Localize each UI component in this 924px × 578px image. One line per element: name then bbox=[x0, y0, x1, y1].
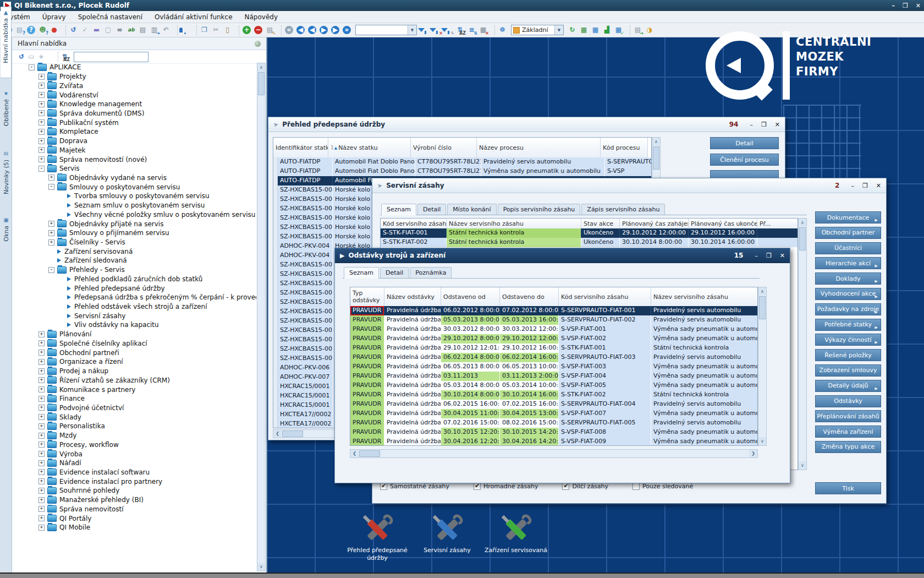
expand-toggle-icon[interactable]: + bbox=[38, 405, 45, 411]
separator[interactable] bbox=[277, 25, 282, 35]
table-row[interactable]: AUTO-FIATDP Automobil Fiat Doblo Panoram… bbox=[273, 157, 651, 167]
scroll-up-icon[interactable] bbox=[257, 63, 265, 72]
window-title-bar[interactable]: ▶ Odstávky strojů a zařízení 15 bbox=[335, 248, 790, 263]
chart-icon[interactable]: ▟ bbox=[601, 25, 613, 36]
tree-item[interactable]: + Majetek bbox=[12, 145, 256, 155]
column-header[interactable]: Stav akce bbox=[581, 219, 620, 228]
tree-item[interactable]: Servisní zásahy bbox=[12, 311, 256, 320]
tree-item[interactable]: - Smlouvy o poskytovaném servisu bbox=[12, 182, 256, 192]
expand-toggle-icon[interactable]: + bbox=[38, 396, 45, 402]
tree-item[interactable]: Tvorba smlouvy o poskytovaném servisu bbox=[12, 192, 256, 201]
table-row[interactable]: PRAVUDR Pravidelná údržba 06.02.2015 16:… bbox=[350, 400, 757, 409]
scrollbar-thumb[interactable] bbox=[653, 146, 659, 170]
nav-last-icon[interactable]: » bbox=[341, 25, 353, 36]
desktop-icon-zarizeni-servisovana[interactable]: Zařízení servisovaná bbox=[482, 514, 549, 554]
minimize-icon[interactable] bbox=[750, 121, 753, 128]
tree-item[interactable]: + Souhrnné pohledy bbox=[12, 486, 256, 495]
scroll-left-icon[interactable] bbox=[350, 450, 359, 457]
filter-checkbox[interactable]: Hromadné zásahy bbox=[474, 483, 538, 490]
cut-icon[interactable]: ✂ bbox=[210, 25, 222, 36]
scrollbar-thumb[interactable] bbox=[799, 227, 806, 250]
quick-search-combo[interactable] bbox=[355, 25, 417, 35]
tree-item[interactable]: + Smlouvy o přijímaném servisu bbox=[12, 228, 256, 238]
tree-item[interactable]: + Nářadí bbox=[12, 459, 256, 468]
strip-tab-oblibene[interactable]: ★ Oblíbené bbox=[1, 88, 12, 139]
scrollbar-thumb[interactable] bbox=[258, 72, 265, 95]
tree-item[interactable]: + Obchodní partneři bbox=[12, 348, 256, 357]
tab[interactable]: Místo konání bbox=[447, 204, 496, 215]
grid-edit-icon[interactable]: ▦ bbox=[578, 25, 590, 36]
expand-toggle-icon[interactable]: + bbox=[38, 478, 45, 484]
close-icon[interactable] bbox=[876, 182, 881, 189]
nav-prev-icon[interactable]: ◀ bbox=[306, 25, 318, 36]
tree-item[interactable]: + Komunikace s partnery bbox=[12, 385, 256, 394]
expand-toggle-icon[interactable]: + bbox=[38, 331, 45, 337]
table-row[interactable]: PRAVUDR Pravidelná údržba 05.03.2014 8:0… bbox=[350, 381, 757, 390]
menu-item[interactable]: Úpravy bbox=[42, 13, 66, 21]
tree-item[interactable]: + Evidence instalací softwaru bbox=[12, 468, 256, 477]
column-header[interactable]: Název servisního zásahu bbox=[651, 287, 758, 306]
column-header[interactable]: Název odstávky bbox=[384, 287, 441, 306]
scrollbar-thumb[interactable] bbox=[359, 450, 380, 457]
column-header[interactable]: Kód servisního zásahu bbox=[559, 287, 651, 306]
close-icon[interactable] bbox=[916, 2, 921, 9]
tree-item[interactable]: + Publikační systém bbox=[12, 118, 256, 127]
expand-toggle-icon[interactable]: + bbox=[38, 83, 45, 89]
tree-item[interactable]: + Personalistika bbox=[12, 422, 256, 431]
tree-item[interactable]: + Procesy, workflow bbox=[12, 440, 256, 449]
preview-icon[interactable]: ▭ bbox=[26, 51, 36, 62]
table-row[interactable]: PRAVUDR Pravidelná údržba 30.04.2016 12:… bbox=[350, 437, 757, 446]
tree-item[interactable]: + Prodej a nákup bbox=[12, 367, 256, 376]
tree-item[interactable]: + Doprava bbox=[12, 137, 256, 146]
favorite-star-icon[interactable]: ★ bbox=[36, 51, 46, 62]
chevron-down-icon[interactable] bbox=[408, 25, 416, 35]
expand-toggle-icon[interactable]: + bbox=[38, 340, 45, 346]
tree-item[interactable]: + QI Mobile bbox=[12, 523, 256, 532]
replace-icon[interactable]: ab bbox=[125, 25, 137, 36]
expand-toggle-icon[interactable]: + bbox=[38, 74, 45, 80]
table-row[interactable]: PRAVUDR Pravidelná údržba 30.04.2015 11:… bbox=[350, 409, 757, 418]
column-header[interactable]: Výrobní číslo bbox=[411, 138, 477, 157]
menu-item[interactable]: Nápovědy bbox=[245, 13, 278, 21]
expand-toggle-icon[interactable]: + bbox=[38, 488, 45, 494]
page-go-icon[interactable]: ▤➜ bbox=[632, 25, 644, 36]
table-row[interactable]: PRAVUDR Pravidelná údržba 05.03.2013 8:0… bbox=[350, 315, 757, 325]
scrollbar-thumb[interactable] bbox=[759, 296, 766, 319]
tree-item[interactable]: Přehled odstávek všech strojů a zařízení bbox=[12, 302, 256, 312]
tree-item[interactable]: + QI Portály bbox=[12, 514, 256, 523]
tree-item[interactable]: Vliv odstávky na kapacitu bbox=[12, 320, 256, 330]
tab[interactable]: Seznam bbox=[344, 267, 379, 279]
expand-toggle-icon[interactable]: + bbox=[38, 92, 45, 98]
tree-item[interactable]: + Organizace a řízení bbox=[12, 357, 256, 367]
remove-icon[interactable]: − bbox=[252, 25, 264, 36]
filter-checkbox[interactable]: Dílčí zásahy bbox=[562, 483, 608, 490]
tree-item[interactable]: + Správa nemovitostí bbox=[12, 505, 256, 514]
lifesaver-icon[interactable]: ●○ bbox=[48, 25, 60, 36]
maximize-icon[interactable] bbox=[903, 2, 908, 9]
add-icon[interactable]: + bbox=[241, 25, 252, 36]
strip-tab-okna[interactable]: ▣ Okna bbox=[1, 215, 12, 249]
expand-toggle-icon[interactable]: + bbox=[38, 441, 45, 448]
tab[interactable]: Detail bbox=[380, 267, 409, 278]
scroll-up-icon[interactable] bbox=[758, 287, 766, 296]
expand-toggle-icon[interactable]: + bbox=[38, 359, 45, 365]
expand-toggle-icon[interactable]: + bbox=[38, 497, 45, 503]
expand-toggle-icon[interactable]: + bbox=[38, 119, 45, 126]
table-row[interactable]: S-STK-FIAT-002 Státní technická kontrola… bbox=[381, 238, 798, 247]
minimize-icon[interactable] bbox=[892, 2, 895, 9]
tree-item[interactable]: + Manažerské přehledy (BI) bbox=[12, 495, 256, 505]
copy-icon[interactable]: ❐ bbox=[199, 25, 210, 36]
table-hscrollbar[interactable] bbox=[350, 449, 758, 458]
tree-item[interactable]: + Knowledge management bbox=[12, 100, 256, 109]
panel-menu-icon[interactable] bbox=[255, 41, 261, 47]
scroll-down-icon[interactable] bbox=[799, 461, 806, 470]
expand-toggle-icon[interactable]: + bbox=[38, 129, 45, 135]
separator[interactable] bbox=[235, 25, 239, 35]
column-header[interactable]: Název procesu bbox=[477, 138, 601, 157]
tree-item[interactable]: + Číselníky - Servis bbox=[12, 238, 256, 247]
view-refresh-icon[interactable]: ↻ bbox=[566, 25, 578, 36]
help-search-icon[interactable]: ? bbox=[25, 25, 37, 36]
expand-toggle-icon[interactable]: - bbox=[48, 184, 54, 190]
strip-tab-novinky[interactable]: ✉ Novinky (5) bbox=[1, 149, 12, 205]
expand-toggle-icon[interactable]: + bbox=[38, 156, 45, 162]
